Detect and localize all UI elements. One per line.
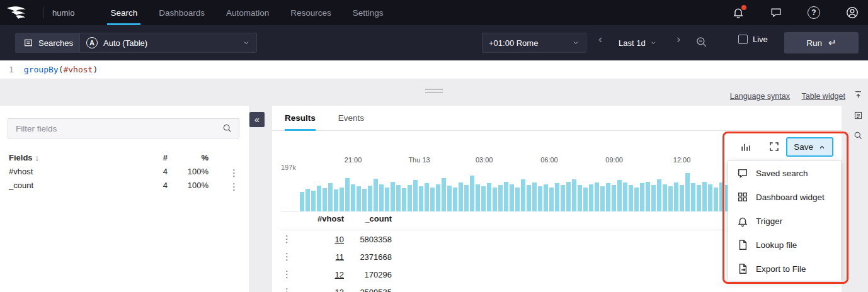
field-name[interactable]: #vhost: [9, 167, 33, 176]
histogram-bar[interactable]: [561, 185, 565, 211]
histogram-bar[interactable]: [714, 188, 718, 211]
histogram-bar[interactable]: [379, 184, 384, 211]
vhost-value-link[interactable]: 13: [281, 288, 344, 292]
time-range-select[interactable]: Last 1d: [619, 33, 656, 53]
field-row-vhost[interactable]: #vhost 4 100% ⋮: [9, 167, 240, 181]
histogram-bar[interactable]: [487, 183, 491, 211]
histogram-bar[interactable]: [328, 183, 333, 211]
histogram-bar[interactable]: [323, 188, 327, 211]
histogram-bar[interactable]: [515, 188, 520, 211]
histogram-bar[interactable]: [572, 179, 576, 211]
histogram-bar[interactable]: [419, 186, 423, 211]
time-back-button[interactable]: ‹: [595, 31, 606, 47]
histogram-bar[interactable]: [634, 188, 639, 211]
histogram-bar[interactable]: [589, 184, 593, 211]
histogram-bar[interactable]: [357, 186, 361, 211]
vhost-value-link[interactable]: 12: [281, 270, 344, 279]
histogram-bar[interactable]: [527, 185, 531, 211]
histogram-bar[interactable]: [583, 188, 588, 211]
vhost-value-link[interactable]: 11: [281, 252, 344, 262]
table-row[interactable]: ⋮ 13 2509535: [281, 284, 833, 292]
document-icon[interactable]: [854, 111, 863, 120]
histogram-bar[interactable]: [646, 182, 650, 211]
zoom-out-icon[interactable]: [695, 36, 708, 48]
histogram-bar[interactable]: [436, 184, 440, 211]
kebab-menu-icon[interactable]: ⋮: [229, 167, 239, 179]
nav-resources[interactable]: Resources: [280, 0, 342, 25]
histogram-bar[interactable]: [300, 192, 304, 211]
tab-events[interactable]: Events: [338, 106, 364, 130]
magnifier-icon[interactable]: [854, 131, 863, 140]
live-toggle[interactable]: Live: [738, 35, 768, 44]
nav-dashboards[interactable]: Dashboards: [148, 0, 215, 25]
histogram-bar[interactable]: [691, 183, 695, 211]
language-syntax-link[interactable]: Language syntax: [730, 92, 790, 101]
run-button[interactable]: Run ↵: [784, 32, 859, 53]
column-header-count[interactable]: _count: [350, 214, 392, 223]
histogram-bar[interactable]: [697, 185, 701, 211]
histogram-bar[interactable]: [663, 184, 667, 211]
menu-item-export-to-file[interactable]: Export to File: [728, 257, 841, 281]
histogram-bar[interactable]: [680, 185, 684, 211]
histogram-bar[interactable]: [345, 178, 350, 211]
histogram-bar[interactable]: [470, 176, 474, 211]
histogram-bar[interactable]: [685, 173, 690, 211]
resize-drag-handle[interactable]: [425, 89, 443, 95]
histogram-bar[interactable]: [362, 189, 367, 211]
histogram-bar[interactable]: [640, 183, 644, 211]
crowdstrike-logo-icon[interactable]: [6, 4, 34, 21]
histogram-bar[interactable]: [612, 185, 616, 211]
histogram-bar[interactable]: [521, 179, 525, 211]
histogram-bar[interactable]: [493, 188, 497, 211]
view-mode-select[interactable]: A Auto (Table): [79, 33, 257, 53]
histogram-bar[interactable]: [617, 180, 622, 211]
histogram-bar[interactable]: [538, 186, 542, 211]
collapse-fields-panel-button[interactable]: «: [249, 112, 265, 127]
histogram-bar[interactable]: [442, 178, 446, 211]
histogram-bar[interactable]: [600, 186, 605, 211]
fullscreen-icon[interactable]: [768, 141, 780, 152]
histogram-bar[interactable]: [408, 185, 412, 211]
histogram-bar[interactable]: [391, 182, 395, 211]
fields-column-name[interactable]: Fields↓: [9, 153, 39, 162]
histogram-bar[interactable]: [425, 183, 429, 211]
tab-results[interactable]: Results: [285, 106, 316, 130]
toggle-histogram-icon[interactable]: [740, 141, 752, 153]
menu-item-saved-search[interactable]: Saved search: [728, 161, 841, 185]
histogram-bar[interactable]: [674, 182, 678, 211]
field-name[interactable]: _count: [9, 181, 33, 190]
histogram-bar[interactable]: [334, 189, 338, 211]
menu-item-lookup-file[interactable]: Lookup file: [728, 233, 841, 257]
histogram-bar[interactable]: [623, 182, 627, 211]
histogram-bar[interactable]: [555, 183, 559, 211]
histogram-bar[interactable]: [651, 185, 656, 211]
histogram-bar[interactable]: [464, 185, 469, 211]
histogram-bar[interactable]: [606, 183, 610, 211]
histogram-bar[interactable]: [430, 188, 435, 211]
histogram-bar[interactable]: [459, 182, 463, 211]
histogram-bar[interactable]: [481, 186, 486, 211]
histogram-bar[interactable]: [306, 189, 310, 211]
histogram-bar[interactable]: [702, 182, 707, 211]
query-code[interactable]: groupBy(#vhost): [24, 65, 98, 74]
histogram-bar[interactable]: [504, 182, 508, 211]
histogram-bar[interactable]: [549, 188, 554, 211]
histogram-bar[interactable]: [340, 188, 344, 211]
histogram-bar[interactable]: [578, 185, 582, 211]
nav-search[interactable]: Search: [100, 0, 148, 25]
column-header-vhost[interactable]: #vhost: [281, 214, 344, 223]
histogram-bar[interactable]: [453, 188, 457, 211]
filter-fields-input[interactable]: [14, 123, 222, 134]
histogram-bar[interactable]: [311, 191, 316, 211]
histogram-bar[interactable]: [374, 179, 378, 211]
histogram-bar[interactable]: [629, 185, 633, 211]
histogram-bar[interactable]: [396, 185, 401, 211]
histogram-bar[interactable]: [498, 185, 503, 211]
collapse-panels-icon[interactable]: [854, 90, 863, 99]
table-widget-link[interactable]: Table widget: [802, 92, 846, 101]
histogram-bar[interactable]: [385, 188, 389, 211]
histogram-bar[interactable]: [351, 184, 355, 211]
nav-automation[interactable]: Automation: [215, 0, 280, 25]
histogram-bar[interactable]: [413, 180, 418, 211]
query-editor[interactable]: 1 groupBy(#vhost): [0, 60, 868, 79]
